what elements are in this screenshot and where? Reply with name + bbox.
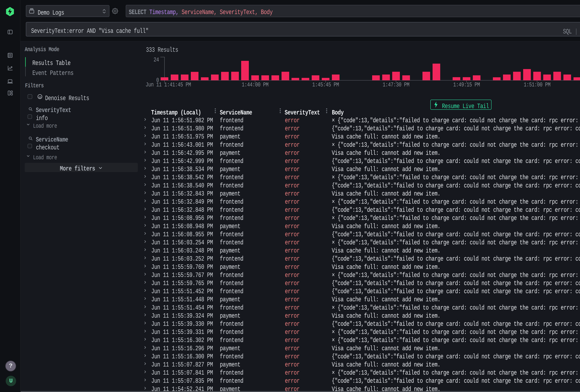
svg-text:0: 0 <box>156 77 159 84</box>
svg-text:1:45:45 PM: 1:45:45 PM <box>312 81 339 88</box>
svg-text:1:44:00 PM: 1:44:00 PM <box>242 81 269 88</box>
svg-text:1:47:30 PM: 1:47:30 PM <box>383 81 409 88</box>
svg-text:Jun 11 1:41:45 PM: Jun 11 1:41:45 PM <box>145 81 191 88</box>
svg-text:1:51:00 PM: 1:51:00 PM <box>524 81 550 88</box>
svg-text:24: 24 <box>153 56 159 63</box>
svg-text:1:49:15 PM: 1:49:15 PM <box>453 81 480 88</box>
